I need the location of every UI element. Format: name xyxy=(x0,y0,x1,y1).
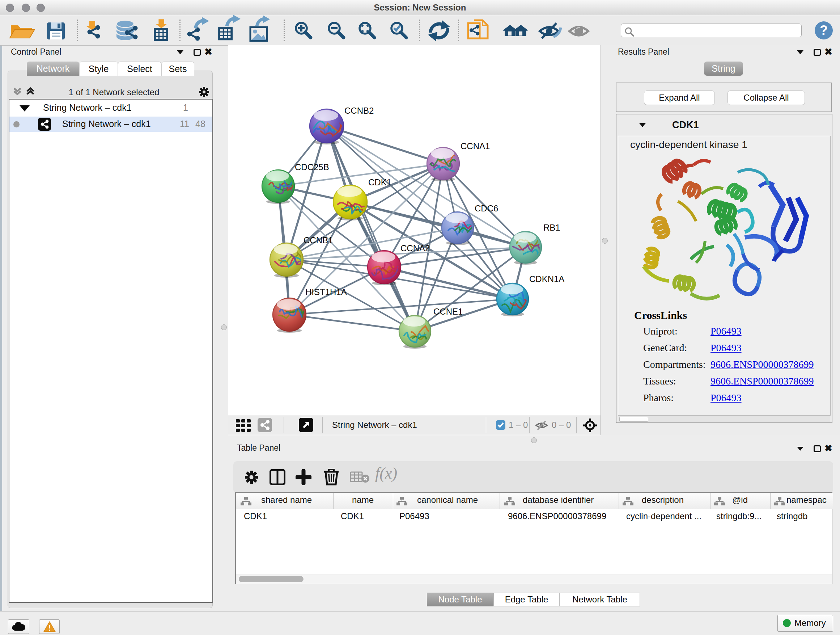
svg-text:CCNB2: CCNB2 xyxy=(344,106,374,116)
svg-text:CCNE1: CCNE1 xyxy=(433,307,463,317)
svg-text:CDKN1A: CDKN1A xyxy=(529,274,564,284)
svg-text:RB1: RB1 xyxy=(543,223,561,233)
svg-text:CCNA2: CCNA2 xyxy=(401,243,430,253)
svg-text:CCNB1: CCNB1 xyxy=(303,235,333,245)
svg-text:CCNA1: CCNA1 xyxy=(461,141,490,151)
svg-text:CDK1: CDK1 xyxy=(368,177,392,187)
svg-text:CDC25B: CDC25B xyxy=(295,162,329,172)
svg-text:CDC6: CDC6 xyxy=(475,203,498,213)
svg-text:HIST1H1A: HIST1H1A xyxy=(305,287,347,297)
